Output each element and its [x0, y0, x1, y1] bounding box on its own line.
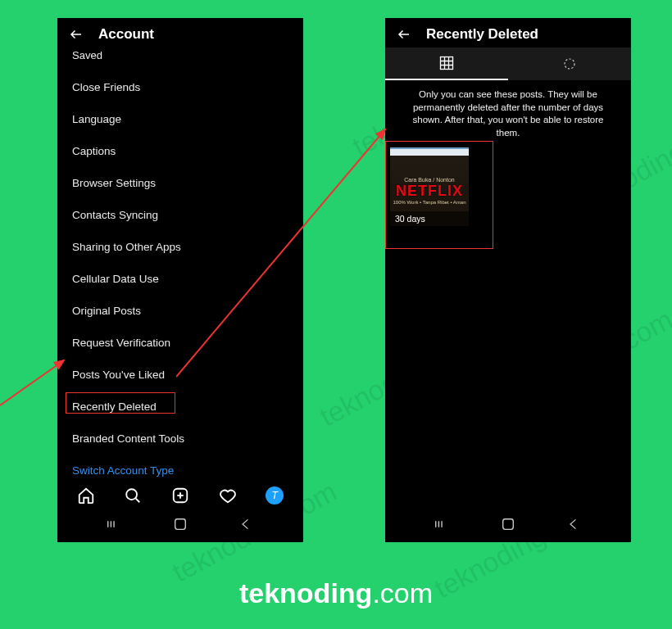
- svg-rect-2: [175, 519, 186, 530]
- tab-stories[interactable]: [508, 48, 631, 80]
- back-key-icon[interactable]: [565, 518, 583, 531]
- annotation-highlight-box: [385, 141, 493, 249]
- back-arrow-icon[interactable]: [69, 27, 84, 42]
- page-title: Account: [98, 26, 154, 43]
- menu-link-switch-account-type[interactable]: Switch Account Type: [57, 455, 303, 478]
- menu-item-language[interactable]: Language: [57, 103, 303, 135]
- menu-item-original-posts[interactable]: Original Posts: [57, 295, 303, 327]
- account-settings-screen: Account Saved Close Friends Language Cap…: [57, 18, 303, 542]
- svg-rect-3: [441, 57, 453, 70]
- menu-item-contacts-syncing[interactable]: Contacts Syncing: [57, 199, 303, 231]
- deleted-items-grid: Cara Buka / Nonton NETFLIX 100% Work • T…: [385, 146, 631, 228]
- header: Recently Deleted: [385, 18, 631, 48]
- page-title: Recently Deleted: [426, 26, 538, 43]
- footer-brand: teknoding.com: [0, 577, 672, 609]
- home-icon[interactable]: [77, 486, 95, 505]
- menu-item-cellular-data[interactable]: Cellular Data Use: [57, 263, 303, 295]
- menu-item-close-friends[interactable]: Close Friends: [57, 71, 303, 103]
- menu-item-branded-content[interactable]: Branded Content Tools: [57, 423, 303, 455]
- menu-item-browser-settings[interactable]: Browser Settings: [57, 167, 303, 199]
- recents-key-icon[interactable]: [434, 518, 452, 531]
- content-type-tabs: [385, 48, 631, 80]
- system-nav-bar: [57, 509, 303, 542]
- home-key-icon[interactable]: [499, 518, 517, 531]
- profile-avatar-icon[interactable]: T: [266, 486, 284, 505]
- svg-line-6: [0, 360, 64, 405]
- svg-point-0: [127, 489, 138, 500]
- bottom-tab-bar: T: [57, 478, 303, 509]
- add-post-icon[interactable]: [171, 486, 189, 505]
- brand-bold: teknoding: [239, 577, 372, 609]
- header: Account: [57, 18, 303, 48]
- recently-deleted-screen: Recently Deleted Only you can see these …: [385, 18, 631, 542]
- system-nav-bar: [385, 509, 631, 542]
- info-text: Only you can see these posts. They will …: [385, 80, 631, 146]
- annotation-highlight-box: [66, 392, 175, 414]
- search-icon[interactable]: [124, 486, 142, 505]
- account-menu[interactable]: Saved Close Friends Language Captions Br…: [57, 48, 303, 478]
- svg-rect-5: [503, 519, 514, 530]
- home-key-icon[interactable]: [171, 518, 189, 531]
- tab-grid[interactable]: [385, 48, 508, 80]
- menu-item-captions[interactable]: Captions: [57, 135, 303, 167]
- svg-point-4: [565, 59, 574, 69]
- menu-item-posts-liked[interactable]: Posts You've Liked: [57, 359, 303, 391]
- recents-key-icon[interactable]: [106, 518, 124, 531]
- brand-light: .com: [372, 577, 433, 609]
- menu-item-recently-deleted[interactable]: Recently Deleted: [57, 391, 303, 423]
- back-arrow-icon[interactable]: [397, 27, 411, 42]
- heart-icon[interactable]: [219, 486, 237, 505]
- menu-item-sharing-other-apps[interactable]: Sharing to Other Apps: [57, 231, 303, 263]
- menu-item-request-verification[interactable]: Request Verification: [57, 327, 303, 359]
- menu-item-saved[interactable]: Saved: [57, 48, 303, 71]
- back-key-icon[interactable]: [237, 518, 255, 531]
